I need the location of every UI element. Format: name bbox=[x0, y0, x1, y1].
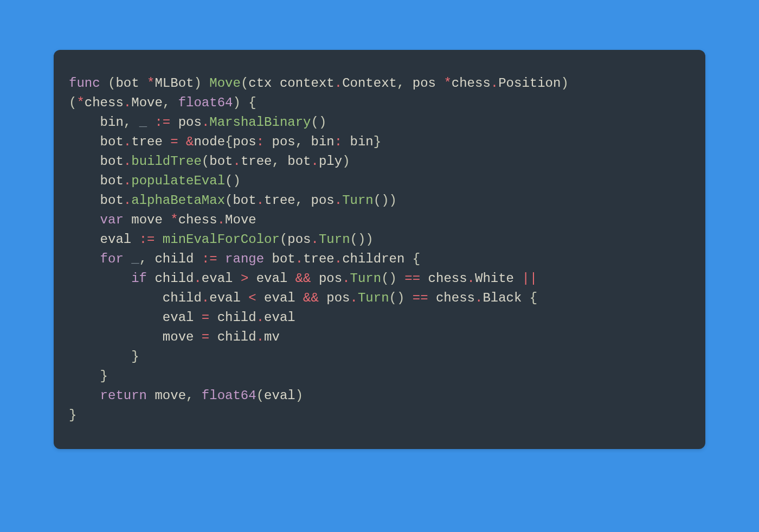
code-token: ) bbox=[295, 388, 303, 403]
code-token: Turn bbox=[358, 291, 389, 305]
code-token: ( bbox=[256, 388, 264, 403]
code-token: _ bbox=[139, 115, 147, 130]
code-token: var bbox=[100, 213, 124, 227]
code-token: * bbox=[76, 95, 84, 110]
code-token: == bbox=[413, 291, 428, 305]
code-token: bot bbox=[69, 154, 124, 169]
code-token: chess bbox=[85, 95, 124, 110]
code-token: < bbox=[248, 291, 256, 305]
code-token: . bbox=[256, 310, 264, 325]
code-token: tree bbox=[131, 134, 170, 149]
code-token: minEvalForColor bbox=[163, 232, 280, 247]
code-token: > bbox=[241, 271, 248, 286]
code-token: () bbox=[389, 291, 413, 305]
code-token: } bbox=[374, 134, 381, 149]
code-token: Turn bbox=[319, 232, 350, 247]
code-token: bot bbox=[209, 154, 233, 169]
code-token: := bbox=[202, 252, 217, 266]
code-token: && bbox=[295, 271, 311, 286]
code-token: White bbox=[475, 271, 522, 286]
code-token: ) bbox=[194, 76, 209, 91]
code-token: . bbox=[202, 115, 209, 130]
code-token: move bbox=[69, 330, 202, 344]
code-token: = bbox=[202, 310, 209, 325]
code-token: _ bbox=[131, 252, 139, 266]
code-token: . bbox=[233, 154, 240, 169]
code-token: alphaBetaMax bbox=[131, 193, 225, 208]
code-token: . bbox=[124, 193, 131, 208]
code-token: child bbox=[147, 271, 194, 286]
code-block: func (bot *MLBot) Move(ctx context.Conte… bbox=[69, 74, 690, 425]
code-token: pos bbox=[311, 271, 343, 286]
code-token: node bbox=[194, 134, 225, 149]
code-token: chess bbox=[452, 76, 491, 91]
code-token: * bbox=[147, 76, 155, 91]
code-token: : bbox=[335, 134, 342, 149]
code-token: { bbox=[413, 252, 420, 266]
code-token: , bbox=[139, 252, 155, 266]
code-token: child bbox=[155, 252, 201, 266]
code-token: populateEval bbox=[131, 174, 225, 188]
code-token bbox=[69, 252, 100, 266]
code-token: bot bbox=[287, 154, 311, 169]
code-token: mv bbox=[264, 330, 280, 344]
code-token: . bbox=[342, 271, 350, 286]
code-token: float64 bbox=[202, 388, 256, 403]
code-token: move bbox=[147, 388, 186, 403]
code-token: bot bbox=[69, 174, 124, 188]
code-token: pos bbox=[287, 232, 311, 247]
code-token: pos bbox=[311, 193, 335, 208]
code-token: children bbox=[342, 252, 413, 266]
code-token: for bbox=[100, 252, 124, 266]
code-token: tree bbox=[303, 252, 335, 266]
code-token: Context bbox=[342, 76, 397, 91]
code-token: tree bbox=[264, 193, 295, 208]
code-token: . bbox=[124, 95, 131, 110]
code-token: ) { bbox=[233, 95, 256, 110]
code-token: . bbox=[194, 271, 201, 286]
code-token: eval bbox=[264, 310, 295, 325]
code-token bbox=[124, 252, 131, 266]
code-token: } bbox=[69, 408, 76, 422]
code-token: . bbox=[124, 154, 131, 169]
code-panel: func (bot *MLBot) Move(ctx context.Conte… bbox=[54, 50, 705, 449]
code-token: , bbox=[163, 95, 178, 110]
code-token: , bbox=[397, 76, 413, 91]
code-token: () bbox=[225, 174, 241, 188]
code-token: Turn bbox=[350, 271, 382, 286]
code-token: tree bbox=[241, 154, 272, 169]
code-token: := bbox=[139, 232, 155, 247]
code-token: eval bbox=[69, 310, 202, 325]
code-token: * bbox=[443, 76, 451, 91]
code-token: eval bbox=[256, 291, 303, 305]
code-token: eval bbox=[264, 388, 295, 403]
code-token: . bbox=[350, 291, 358, 305]
code-token: } bbox=[69, 369, 108, 383]
code-token: . bbox=[311, 232, 319, 247]
code-token: , bbox=[295, 134, 311, 149]
code-token: . bbox=[335, 193, 342, 208]
code-token: . bbox=[335, 252, 342, 266]
code-token: , bbox=[186, 388, 202, 403]
code-token: Black bbox=[483, 291, 529, 305]
code-token: . bbox=[217, 213, 225, 227]
code-token: ( bbox=[100, 76, 116, 91]
code-token: && bbox=[303, 291, 319, 305]
code-token: ( bbox=[280, 232, 287, 247]
code-token: eval bbox=[69, 232, 139, 247]
code-token: child bbox=[209, 330, 256, 344]
code-token: move bbox=[124, 213, 170, 227]
code-token: . bbox=[124, 134, 131, 149]
code-token: if bbox=[131, 271, 147, 286]
code-token: bot bbox=[264, 252, 295, 266]
code-token: . bbox=[124, 174, 131, 188]
code-token: . bbox=[202, 291, 209, 305]
code-token: return bbox=[100, 388, 147, 403]
code-token: float64 bbox=[178, 95, 233, 110]
code-token: . bbox=[311, 154, 319, 169]
code-token bbox=[147, 115, 155, 130]
code-token: Move bbox=[209, 76, 241, 91]
code-token: = bbox=[170, 134, 178, 149]
code-token: buildTree bbox=[131, 154, 202, 169]
code-token: bin bbox=[342, 134, 374, 149]
